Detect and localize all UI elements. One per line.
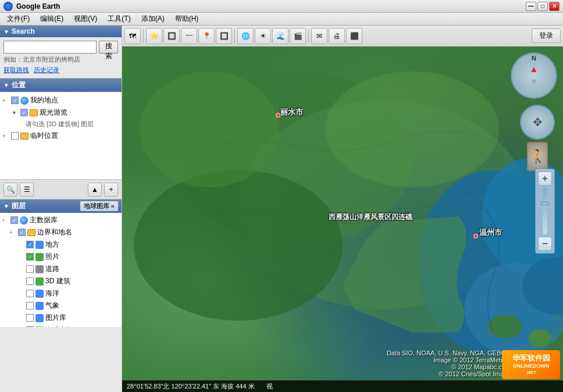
menu-edit[interactable]: 编辑(E) xyxy=(35,13,68,25)
photos-icon xyxy=(35,253,44,261)
weather-label: 气象 xyxy=(45,301,59,311)
layer-3d[interactable]: 3D 建筑 xyxy=(1,275,120,287)
search-header-label: Search xyxy=(12,27,35,35)
layer-ocean[interactable]: 海洋 xyxy=(1,287,120,300)
watermark-mid: ONLINEDOWN xyxy=(513,363,550,370)
menu-file[interactable]: 文件(F) xyxy=(2,13,34,25)
layer-roads[interactable]: 道路 xyxy=(1,263,120,275)
zoom-in-button[interactable]: + xyxy=(538,172,552,186)
check-3d[interactable] xyxy=(26,277,34,285)
tb-polygon-btn[interactable]: 🔲 xyxy=(163,28,180,44)
zoom-handle[interactable] xyxy=(541,202,549,205)
history-link[interactable]: 历史记录 xyxy=(34,66,59,74)
check-maindb[interactable]: ✓ xyxy=(10,216,18,224)
map-area[interactable]: 丽水市 西雁荡山洋雁风景区四连礁 温州市 N ✥ 🚶 + xyxy=(122,47,563,392)
photos-label: 照片 xyxy=(45,252,59,262)
search-box: 搜索 例如：北京市附近的烤鸭店 获取路线 历史记录 xyxy=(0,37,122,78)
check-gallery[interactable] xyxy=(26,314,34,322)
check-photos[interactable]: ✓ xyxy=(26,253,34,261)
menu-tools[interactable]: 工具(T) xyxy=(103,13,135,25)
check-weather[interactable] xyxy=(26,302,34,309)
check-ocean[interactable] xyxy=(26,290,34,297)
compass-ring[interactable]: N xyxy=(511,52,557,99)
login-button[interactable]: 登录 xyxy=(532,28,561,43)
search-hint: 例如：北京市附近的烤鸭店 xyxy=(3,55,118,64)
zoom-controls: + − xyxy=(535,169,555,254)
compass[interactable]: N xyxy=(511,52,557,99)
roads-icon xyxy=(35,265,44,273)
search-input[interactable] xyxy=(3,41,97,54)
menu-view[interactable]: 视图(V) xyxy=(69,13,102,25)
check-global[interactable] xyxy=(26,326,34,327)
add-btn[interactable]: + xyxy=(104,183,118,197)
lishui-dot xyxy=(276,113,280,117)
tree-item-myplaces[interactable]: + ✓ 我的地点 xyxy=(2,94,119,106)
position-header[interactable]: ▼ 位置 xyxy=(0,79,122,92)
layer-photos[interactable]: ✓ 照片 xyxy=(1,251,120,263)
expand-borders-icon: + xyxy=(9,230,16,236)
tree-item-3d-hint: 请勾选 [3D 建筑物] 图层 xyxy=(2,119,119,130)
map-svg xyxy=(122,47,563,380)
maximize-button[interactable]: □ xyxy=(537,2,548,11)
gallery-button[interactable]: 地球图库 » xyxy=(80,201,118,211)
app-title: Google Earth xyxy=(16,2,60,10)
position-tree: + ✓ 我的地点 ▼ ✓ 观光游览 请勾选 [3D 建筑物] 图层 xyxy=(0,92,122,179)
check-roads[interactable] xyxy=(26,265,34,273)
check-myplaces[interactable]: ✓ xyxy=(11,97,19,104)
position-section: ▼ 位置 + ✓ 我的地点 ▼ ✓ 观光游览 xyxy=(0,78,122,179)
menu-add[interactable]: 添加(A) xyxy=(137,13,169,25)
tb-sep1 xyxy=(143,29,144,43)
tb-overlay-btn[interactable]: 🔲 xyxy=(216,28,232,44)
global-icon xyxy=(35,326,44,327)
titlebar: Google Earth — □ ✕ xyxy=(0,0,563,13)
tree-item-temp[interactable]: + 临时位置 xyxy=(2,130,119,142)
minimize-button[interactable]: — xyxy=(526,2,536,11)
svg-point-2 xyxy=(134,170,343,320)
tb-record-btn[interactable]: 🎬 xyxy=(290,28,306,44)
move-up-btn[interactable]: ▲ xyxy=(88,183,102,197)
tb-email-btn[interactable]: ✉ xyxy=(311,28,327,44)
check-places[interactable]: ✓ xyxy=(26,241,34,248)
check-tourism[interactable]: ✓ xyxy=(20,109,28,116)
list-btn[interactable]: ☰ xyxy=(20,183,34,197)
layers-header: ▼ 图层 地球图库 » xyxy=(0,199,122,213)
close-button[interactable]: ✕ xyxy=(549,2,560,11)
compass-north-label: N xyxy=(532,55,536,62)
ocean-label: 海洋 xyxy=(45,288,59,298)
layer-weather[interactable]: 气象 xyxy=(1,300,120,312)
check-temp[interactable] xyxy=(11,132,19,140)
get-directions-link[interactable]: 获取路线 xyxy=(3,66,29,74)
layer-borders[interactable]: + ✓ 边界和地名 xyxy=(1,226,120,238)
search-small-btn[interactable]: 🔍 xyxy=(3,183,17,197)
tb-star-btn[interactable]: ⭐ xyxy=(146,28,162,44)
layer-global[interactable]: 全球意识 xyxy=(1,324,120,327)
tb-map-btn[interactable]: 🗺 xyxy=(124,28,141,44)
toolbar-map-area: 🗺 ⭐ 🔲 〰 📍 🔲 🌐 ☀ 🌊 🎬 ✉ 🖨 ⬛ 登录 xyxy=(122,26,563,392)
search-header[interactable]: ▼ Search xyxy=(0,26,122,37)
toolbar: 🗺 ⭐ 🔲 〰 📍 🔲 🌐 ☀ 🌊 🎬 ✉ 🖨 ⬛ 登录 xyxy=(122,26,563,47)
menu-help[interactable]: 帮助(H) xyxy=(170,13,204,25)
zoom-slider[interactable] xyxy=(543,188,547,234)
svg-point-10 xyxy=(528,329,551,347)
tb-print-btn[interactable]: 🖨 xyxy=(329,28,345,44)
street-view-person[interactable]: 🚶 xyxy=(527,142,548,171)
tree-item-tourism[interactable]: ▼ ✓ 观光游览 xyxy=(2,106,119,119)
svg-point-9 xyxy=(487,315,522,338)
zoom-out-button[interactable]: − xyxy=(538,237,552,251)
map-background xyxy=(122,47,563,380)
wenzhou-dot xyxy=(473,234,478,238)
tb-placemark-btn[interactable]: 📍 xyxy=(198,28,215,44)
pan-control[interactable]: ✥ xyxy=(520,105,555,140)
layer-maindb[interactable]: + ✓ 主数据库 xyxy=(1,214,120,226)
search-button[interactable]: 搜索 xyxy=(99,41,118,54)
layer-gallery[interactable]: 图片库 xyxy=(1,312,120,324)
nav-controls: ✥ 🚶 xyxy=(520,105,555,171)
app-icon xyxy=(3,2,13,11)
tb-ocean-btn[interactable]: 🌊 xyxy=(272,28,288,44)
tb-sun-btn[interactable]: ☀ xyxy=(255,28,271,44)
tb-more-btn[interactable]: ⬛ xyxy=(346,28,362,44)
layer-places[interactable]: ✓ 地方 xyxy=(1,238,120,251)
check-borders[interactable]: ✓ xyxy=(18,229,26,236)
tb-globe-btn[interactable]: 🌐 xyxy=(237,28,254,44)
tb-path-btn[interactable]: 〰 xyxy=(181,28,197,44)
